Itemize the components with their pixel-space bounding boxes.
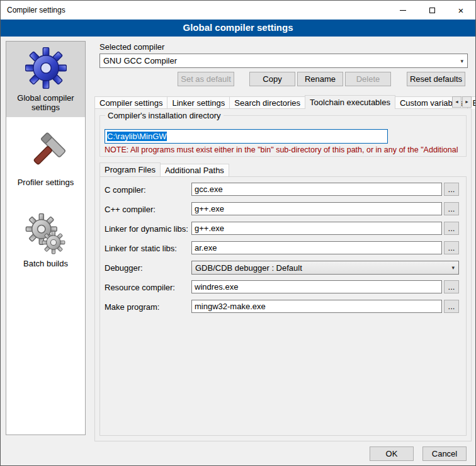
resource-compiler-input[interactable] (191, 280, 442, 293)
c-compiler-input[interactable] (191, 183, 442, 196)
cpp-compiler-input[interactable] (191, 202, 442, 215)
blue-gear-icon (25, 47, 67, 89)
cpp-compiler-label: C++ compiler: (105, 205, 156, 214)
ok-button[interactable]: OK (370, 446, 414, 461)
cancel-button[interactable]: Cancel (422, 446, 467, 461)
linker-dynamic-input[interactable] (191, 222, 442, 235)
chevron-down-icon: ▾ (451, 264, 455, 271)
window-controls: × (388, 1, 475, 20)
installation-directory-groupbox-title: Compiler's installation directory (105, 111, 224, 120)
sidebar-item-label: Global compiler settings (9, 93, 82, 112)
close-icon: × (458, 6, 464, 15)
copy-button[interactable]: Copy (249, 72, 295, 86)
browse-cpp-compiler-button[interactable]: ... (444, 202, 459, 215)
linker-static-label: Linker for static libs: (105, 244, 177, 253)
tab-linker-settings[interactable]: Linker settings (167, 96, 230, 109)
tab-toolchain-executables[interactable]: Toolchain executables (305, 95, 395, 109)
gray-gears-icon (25, 213, 67, 254)
settings-sidebar: Global compiler settings Profiler settin… (6, 41, 86, 435)
delete-button: Delete (345, 72, 391, 86)
linker-static-input[interactable] (191, 241, 442, 254)
make-program-label: Make program: (105, 302, 159, 312)
c-compiler-label: C compiler: (105, 185, 146, 195)
subtab-additional-paths[interactable]: Additional Paths (160, 164, 229, 176)
sidebar-item-global-compiler-settings[interactable]: Global compiler settings (6, 42, 85, 117)
resource-compiler-label: Resource compiler: (105, 283, 175, 292)
make-program-input[interactable] (191, 300, 442, 313)
browse-make-program-button[interactable]: ... (444, 300, 459, 313)
sidebar-item-label: Batch builds (23, 259, 68, 268)
browse-resource-compiler-button[interactable]: ... (444, 280, 459, 293)
debugger-select-value: GDB/CDB debugger : Default (195, 263, 302, 273)
profiler-hammer-icon (25, 132, 67, 173)
browse-c-compiler-button[interactable]: ... (444, 183, 459, 196)
sidebar-item-profiler-settings[interactable]: Profiler settings (6, 126, 85, 192)
minimize-button[interactable] (388, 1, 417, 20)
debugger-select[interactable]: GDB/CDB debugger : Default ▾ (191, 261, 459, 275)
set-as-default-button: Set as default (178, 72, 234, 86)
chevron-down-icon: ▾ (460, 58, 463, 64)
note-text: NOTE: All programs must exist either in … (105, 145, 467, 154)
toolchain-subtabstrip: Program Files Additional Paths (99, 162, 229, 176)
tab-compiler-settings[interactable]: Compiler settings (94, 96, 167, 109)
installation-directory-value: C:\raylib\MinGW (107, 132, 167, 141)
titlebar: Compiler settings × (1, 1, 475, 20)
sidebar-item-batch-builds[interactable]: Batch builds (6, 207, 85, 273)
maximize-button[interactable] (417, 1, 446, 20)
subtab-program-files[interactable]: Program Files (99, 162, 161, 176)
compiler-settings-window: Compiler settings × Global compiler sett… (0, 0, 476, 466)
maximize-icon (429, 8, 435, 13)
rename-button[interactable]: Rename (297, 72, 343, 86)
browse-linker-static-button[interactable]: ... (444, 241, 459, 254)
tab-search-directories[interactable]: Search directories (229, 96, 305, 109)
minimize-icon (400, 10, 406, 11)
compiler-select-value: GNU GCC Compiler (103, 56, 177, 65)
page-title: Global compiler settings (1, 20, 475, 37)
browse-linker-dynamic-button[interactable]: ... (444, 222, 459, 235)
close-button[interactable]: × (446, 1, 475, 20)
reset-defaults-button[interactable]: Reset defaults (407, 72, 465, 86)
selected-compiler-label: Selected compiler (99, 42, 164, 52)
sidebar-item-label: Profiler settings (18, 178, 74, 187)
window-title: Compiler settings (1, 6, 65, 14)
linker-dynamic-label: Linker for dynamic libs: (105, 224, 188, 234)
tab-scroll-right-button[interactable]: ► (462, 96, 472, 108)
main-tabstrip: Compiler settings Linker settings Search… (94, 95, 476, 109)
compiler-select[interactable]: GNU GCC Compiler ▾ (99, 54, 468, 68)
installation-directory-input[interactable]: C:\raylib\MinGW (105, 129, 388, 144)
debugger-label: Debugger: (105, 263, 143, 273)
tab-scroll-left-button[interactable]: ◄ (452, 96, 462, 108)
